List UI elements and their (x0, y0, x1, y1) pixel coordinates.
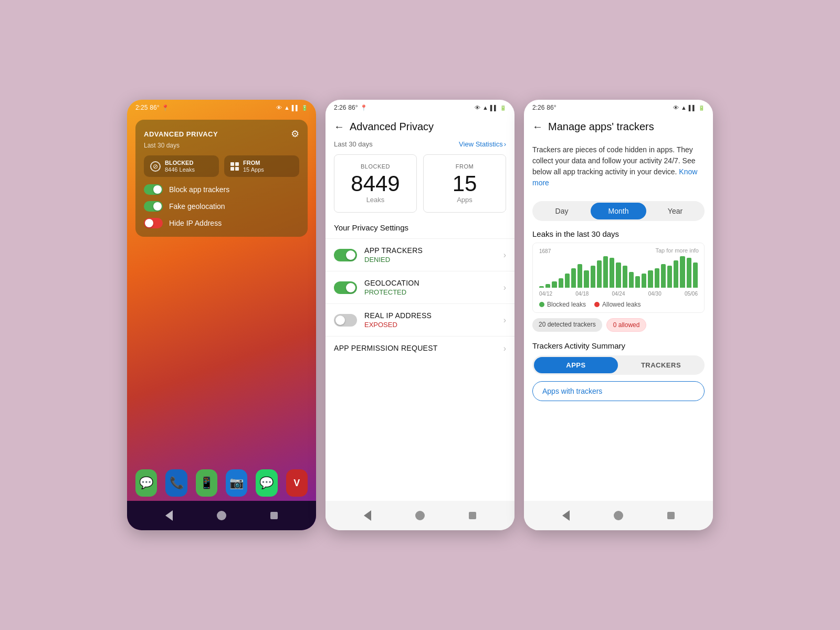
phone2-blocked-number: 8449 (343, 173, 408, 195)
phone1-location-icon: 📍 (162, 104, 169, 111)
setting-app-trackers-name: APP TRACKERS (364, 246, 496, 255)
phone1-home-btn[interactable] (214, 508, 229, 523)
activity-tab-apps[interactable]: APPS (534, 357, 618, 373)
phone1-nav-bar (127, 501, 316, 530)
chart-bar-4 (565, 274, 570, 288)
setting-geolocation-status: PROTECTED (364, 288, 496, 296)
toggle-trackers[interactable] (144, 184, 163, 195)
chart-bar-20 (667, 266, 672, 288)
chart-legend: Blocked leaks Allowed leaks (539, 298, 698, 308)
phone2-from-label: FROM (432, 163, 497, 170)
phone3-wifi-icon: ▲ (681, 104, 687, 111)
chart-bar-18 (655, 268, 659, 288)
tab-year[interactable]: Year (647, 203, 703, 219)
phone3-eye-icon: 👁 (673, 104, 679, 111)
chart-x-label-4: 04/30 (648, 291, 662, 297)
chart-bar-0 (539, 286, 544, 288)
apps-with-trackers-button[interactable]: Apps with trackers (532, 381, 705, 401)
legend-blocked: Blocked leaks (539, 301, 586, 308)
legend-blocked-dot (539, 302, 544, 307)
phone2-app-header: ← Advanced Privacy (326, 113, 514, 138)
setting-geolocation-chevron: › (503, 283, 506, 292)
setting-geolocation-info: GEOLOCATION PROTECTED (364, 279, 496, 296)
setting-row-ip[interactable]: REAL IP ADDRESS EXPOSED › (326, 303, 514, 336)
chart-bar-22 (680, 256, 685, 288)
tracker-badges: 20 detected trackers 0 allowed (524, 313, 713, 337)
phone2-privacy-title: Your Privacy Settings (326, 223, 514, 238)
toggle-app-trackers[interactable] (334, 249, 357, 261)
tab-month[interactable]: Month (591, 203, 646, 219)
phone2-view-stats[interactable]: View Statistics › (459, 140, 506, 148)
chart-bar-15 (635, 276, 640, 288)
widget-gear-icon[interactable]: ⚙ (291, 128, 299, 140)
widget-row-trackers: Block app trackers (144, 184, 299, 195)
legend-allowed: Allowed leaks (594, 301, 640, 308)
chart-x-label-2: 04/18 (575, 291, 589, 297)
widget-row-geolocation: Fake geolocation (144, 201, 299, 212)
setting-permission-info: APP PERMISSION REQUEST (334, 344, 496, 353)
setting-row-app-trackers[interactable]: APP TRACKERS DENIED › (326, 238, 514, 271)
grid-icon (230, 162, 239, 171)
setting-app-trackers-chevron: › (503, 250, 506, 260)
phone1-signal-icon: ▌▌ (292, 105, 299, 111)
chart-bar-19 (661, 264, 666, 288)
phone2-recents-btn[interactable] (465, 508, 480, 523)
leaks-title: Leaks in the last 30 days (524, 229, 713, 243)
widget-subtitle: Last 30 days (144, 142, 299, 149)
phone2-time: 2:26 (334, 104, 346, 111)
app-icon-camera[interactable]: 📷 (226, 469, 247, 497)
trackers-section-title: Trackers Activity Summary (524, 337, 713, 355)
phone1-content: ADVANCED PRIVACY ⚙ Last 30 days ⊘ BLOCKE… (127, 113, 316, 463)
phone2-back-button[interactable]: ← (334, 121, 344, 133)
phone2-back-btn[interactable] (360, 508, 375, 523)
phone3-recents-btn[interactable] (664, 508, 678, 523)
setting-row-permission[interactable]: APP PERMISSION REQUEST › (326, 336, 514, 361)
activity-tabs: APPS TRACKERS (532, 355, 705, 375)
setting-geolocation-name: GEOLOCATION (364, 279, 496, 287)
chart-bar-1 (545, 284, 550, 288)
blocked-stat-text: BLOCKED 8446 Leaks (165, 160, 195, 173)
toggle-geolocation[interactable] (144, 201, 163, 212)
chart-bar-10 (603, 256, 608, 288)
app-icon-dialer[interactable]: 📱 (196, 469, 217, 497)
phone1-time: 2:25 (135, 104, 148, 111)
app-icon-messages[interactable]: 💬 (135, 469, 157, 497)
chart-area (539, 256, 698, 288)
phone2-home-btn[interactable] (413, 508, 427, 523)
tab-day[interactable]: Day (534, 203, 590, 219)
phone-1: 2:25 86° 📍 👁 ▲ ▌▌ 🔋 ADVANCED PRIVACY ⚙ L… (127, 100, 316, 530)
phone3-title: Manage apps' trackers (548, 121, 654, 133)
phone3-description-text: Trackers are pieces of code hidden in ap… (532, 145, 696, 176)
phone3-spacer (524, 401, 713, 501)
phone3-app-header: ← Manage apps' trackers (524, 113, 713, 138)
phone1-eye-icon: 👁 (276, 104, 282, 111)
blocked-stat-value: 8446 Leaks (165, 166, 195, 173)
phone3-home-btn[interactable] (611, 508, 626, 523)
phone1-temp: 86° (150, 104, 159, 111)
activity-tab-trackers[interactable]: TRACKERS (619, 357, 703, 373)
setting-row-geolocation[interactable]: GEOLOCATION PROTECTED › (326, 271, 514, 303)
phone1-recents-btn[interactable] (267, 508, 281, 523)
phone3-status-right: 👁 ▲ ▌▌ 🔋 (673, 104, 705, 111)
phone3-time: 2:26 (532, 104, 544, 111)
app-icon-phone[interactable]: 📞 (165, 469, 187, 497)
toggle-geolocation-setting[interactable] (334, 281, 357, 294)
setting-app-trackers-info: APP TRACKERS DENIED (364, 246, 496, 264)
chart-bar-5 (571, 268, 576, 288)
toggle-ip-setting[interactable] (334, 314, 357, 327)
phone3-back-btn[interactable] (559, 508, 573, 523)
chart-bar-23 (687, 258, 691, 288)
toggle-ip[interactable] (144, 218, 163, 228)
phone3-temp: 86° (547, 104, 556, 111)
setting-ip-status: EXPOSED (364, 321, 496, 329)
phone1-status-left: 2:25 86° 📍 (135, 104, 169, 111)
phone1-back-btn[interactable] (162, 508, 176, 523)
phone2-status-right: 👁 ▲ ▌▌ 🔋 (475, 104, 506, 111)
phone2-section-period: Last 30 days View Statistics › (326, 138, 514, 154)
setting-ip-chevron: › (503, 316, 506, 325)
row-trackers-label: Block app trackers (169, 185, 229, 194)
phone3-back-button[interactable]: ← (532, 121, 543, 133)
setting-app-trackers-status: DENIED (364, 256, 496, 264)
app-icon-whatsapp[interactable]: 💬 (256, 469, 277, 497)
app-icon-vivaldi[interactable]: V (286, 469, 308, 497)
